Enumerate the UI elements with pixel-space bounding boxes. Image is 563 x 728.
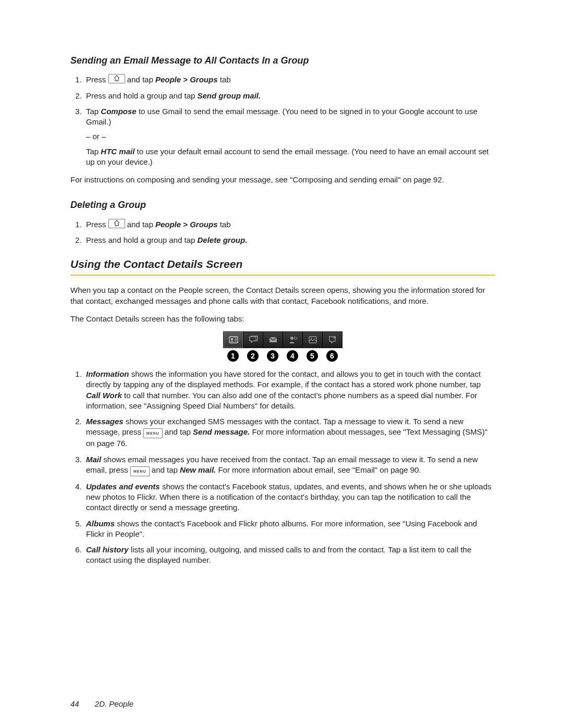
step-2: Press and hold a group and tap Send grou…	[84, 91, 495, 101]
tab-desc-call-history: Call history lists all your incoming, ou…	[84, 545, 495, 566]
text: Press and hold a group and tap	[86, 236, 198, 244]
text-htc-mail: HTC mail	[101, 147, 134, 156]
tab-information-icon	[224, 332, 243, 348]
text: to call that number. You can also add on…	[86, 391, 478, 410]
text: to use your default email account to sen…	[86, 147, 488, 166]
step-2: Press and hold a group and tap Delete gr…	[84, 235, 495, 245]
text: tab	[220, 75, 231, 84]
label: Messages	[86, 417, 124, 426]
text-groups: Groups	[190, 220, 217, 229]
section-title: 2D. People	[95, 699, 133, 708]
svg-point-6	[290, 337, 293, 340]
svg-point-1	[231, 338, 233, 340]
tab-desc-mail: Mail shows email messages you have recei…	[84, 454, 495, 476]
tab-desc-albums: Albums shows the contact's Facebook and …	[84, 519, 495, 540]
divider	[70, 275, 495, 276]
tabstrip-figure: 1 2 3 4 5 6	[70, 331, 495, 362]
tab-desc-updates: Updates and events shows the contact's F…	[84, 482, 495, 513]
step-1: Press and tap People > Groups tab	[84, 219, 495, 230]
heading-contact-details: Using the Contact Details Screen	[70, 257, 495, 272]
steps-delete-group: Press and tap People > Groups tab Press …	[70, 219, 495, 246]
text: Tap	[86, 147, 101, 156]
text-gt: >	[183, 75, 190, 84]
para-instructions: For instructions on composing and sendin…	[70, 175, 495, 185]
text: lists all your incoming, outgoing, and m…	[86, 545, 471, 564]
text: shows the information you have stored fo…	[86, 369, 481, 389]
para-intro: When you tap a contact on the People scr…	[70, 285, 495, 306]
text-new-mail: New mail.	[180, 465, 216, 474]
tab-mail-icon	[263, 332, 283, 348]
text-delete-group: Delete group.	[198, 236, 248, 244]
text: and tap	[152, 465, 180, 474]
steps-send-email: Press and tap People > Groups tab Press …	[70, 74, 495, 167]
tab-messages-icon	[243, 332, 263, 348]
text-groups: Groups	[190, 75, 217, 84]
callout-5: 5	[307, 350, 318, 362]
text: shows the contact's Facebook and Flickr …	[86, 519, 477, 538]
text: and tap	[127, 75, 155, 84]
callout-6: 6	[326, 350, 338, 362]
menu-key-icon: menu	[143, 428, 163, 438]
text-people: People	[155, 75, 181, 84]
home-key-icon	[108, 74, 125, 83]
tab-call-history-icon	[323, 332, 342, 348]
tabs-list: Information shows the information you ha…	[70, 369, 495, 566]
para-lead: The Contact Details screen has the follo…	[70, 314, 495, 324]
page-number: 44	[70, 699, 79, 708]
label: Updates and events	[86, 482, 160, 491]
label: Mail	[86, 455, 101, 464]
heading-send-email-group: Sending an Email Message to All Contacts…	[70, 54, 495, 67]
text: and tap	[165, 427, 193, 436]
svg-point-7	[294, 337, 297, 340]
text: Press	[86, 220, 108, 229]
step-1: Press and tap People > Groups tab	[84, 74, 495, 85]
number-row: 1 2 3 4 5 6	[223, 350, 342, 362]
page-footer: 44 2D. People	[70, 699, 133, 709]
text-send-message: Send message.	[193, 427, 250, 436]
heading-deleting-group: Deleting a Group	[70, 199, 495, 211]
text-compose: Compose	[101, 107, 136, 116]
text: Tap	[86, 107, 101, 116]
page: Sending an Email Message to All Contacts…	[0, 0, 563, 728]
label: Call history	[86, 545, 129, 554]
text: tab	[220, 220, 231, 229]
label: Albums	[86, 519, 115, 528]
text: and tap	[127, 220, 155, 229]
text-call-work: Call Work	[86, 391, 122, 400]
tab-desc-messages: Messages shows your exchanged SMS messag…	[84, 416, 495, 449]
text: to use Gmail to send the email message. …	[86, 107, 478, 126]
label: Information	[86, 369, 129, 378]
tab-desc-information: Information shows the information you ha…	[84, 369, 495, 411]
callout-2: 2	[247, 350, 259, 362]
step-3b: Tap HTC mail to use your default email a…	[86, 146, 495, 168]
callout-1: 1	[227, 350, 239, 362]
home-key-icon	[108, 219, 125, 228]
text-gt: >	[183, 220, 190, 229]
text-or: – or –	[86, 131, 495, 142]
svg-point-9	[311, 338, 312, 339]
tab-updates-icon	[283, 332, 303, 348]
text: Press and hold a group and tap	[86, 91, 198, 100]
step-3: Tap Compose to use Gmail to send the ema…	[84, 106, 495, 167]
text-people: People	[155, 220, 181, 229]
tab-albums-icon	[303, 332, 323, 348]
text: Press	[86, 75, 108, 84]
callout-3: 3	[267, 350, 278, 362]
text: For more information about email, see "E…	[218, 465, 421, 474]
callout-4: 4	[287, 350, 298, 362]
text-send-group-mail: Send group mail.	[198, 91, 261, 100]
menu-key-icon: menu	[130, 466, 150, 476]
tab-row	[223, 331, 342, 348]
